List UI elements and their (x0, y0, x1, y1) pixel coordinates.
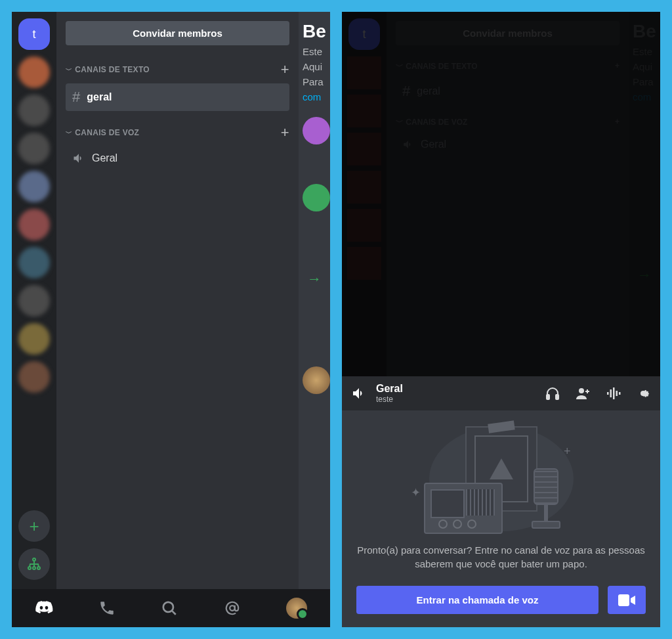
svg-rect-13 (619, 392, 621, 395)
svg-rect-14 (618, 594, 629, 606)
svg-rect-6 (547, 395, 549, 399)
action-bubble[interactable] (303, 117, 330, 144)
arrow-icon: → (303, 271, 326, 288)
server-rail: t + (12, 12, 56, 627)
speaker-icon (351, 386, 367, 401)
nav-mentions-icon[interactable] (224, 600, 241, 617)
speaker-icon (72, 152, 85, 165)
svg-rect-10 (610, 389, 612, 397)
server-icon[interactable] (18, 285, 50, 317)
dimmed-background: t Convidar membros ﹀ CANAIS DE TEXTO+ #g… (342, 12, 660, 376)
avatar (303, 366, 330, 394)
svg-point-2 (33, 567, 35, 569)
voice-prompt-text: Pronto(a) para conversar? Entre no canal… (357, 543, 646, 572)
video-button[interactable] (608, 586, 646, 614)
headphones-icon[interactable] (545, 386, 560, 401)
category-label: CANAIS DE VOZ (75, 128, 139, 137)
action-bubble[interactable] (303, 184, 330, 211)
active-server-dim: t (348, 18, 380, 50)
channel-label: Geral (92, 152, 117, 164)
nav-home-icon[interactable] (35, 601, 53, 615)
nav-friends-icon[interactable] (98, 600, 116, 617)
svg-point-4 (163, 602, 173, 612)
peek-text: Este (303, 46, 326, 57)
voice-channel-geral[interactable]: Geral (66, 146, 289, 170)
nav-search-icon[interactable] (161, 600, 178, 617)
svg-point-3 (37, 567, 40, 569)
voice-channel-subtitle: teste (376, 395, 403, 404)
chevron-down-icon: ﹀ (66, 66, 72, 74)
voice-channels-category[interactable]: ﹀CANAIS DE VOZ + (66, 124, 289, 141)
join-voice-button[interactable]: Entrar na chamada de voz (356, 586, 598, 614)
invite-members-button[interactable]: Convidar membros (66, 21, 289, 45)
svg-rect-11 (613, 387, 615, 399)
hash-icon: # (72, 89, 80, 106)
active-server[interactable]: t (18, 18, 50, 50)
discover-button[interactable] (18, 548, 50, 580)
svg-point-0 (33, 558, 35, 561)
server-icon[interactable] (18, 133, 50, 164)
noise-suppression-icon[interactable] (605, 386, 621, 401)
right-screenshot: t Convidar membros ﹀ CANAIS DE TEXTO+ #g… (342, 12, 660, 627)
voice-illustration: ✦+ (403, 422, 600, 534)
add-channel-icon[interactable]: + (281, 61, 289, 78)
peek-text: Aqui (303, 61, 326, 72)
left-screenshot: t + Convidar membros ﹀CANAIS DE TEXTO + … (12, 12, 330, 627)
svg-rect-7 (556, 395, 558, 399)
add-server-button[interactable]: + (18, 510, 50, 542)
server-icon[interactable] (18, 95, 50, 126)
peek-text: Para (303, 76, 326, 87)
nav-profile-avatar[interactable] (286, 598, 307, 619)
server-icon[interactable] (18, 56, 50, 88)
server-icon[interactable] (18, 247, 50, 278)
text-channels-category[interactable]: ﹀CANAIS DE TEXTO + (66, 61, 289, 78)
voice-channel-panel: Geral teste (342, 376, 660, 628)
server-icon[interactable] (18, 323, 50, 355)
peek-link[interactable]: com (303, 91, 326, 102)
invite-members-dim: Convidar membros (396, 21, 620, 45)
server-icon[interactable] (18, 209, 50, 240)
text-channel-geral[interactable]: # geral (66, 83, 289, 111)
svg-rect-9 (607, 392, 609, 395)
chevron-down-icon: ﹀ (66, 129, 72, 137)
settings-icon[interactable] (635, 386, 651, 401)
voice-body: ✦+ Pronto(a) para conversar? Entre no ca… (342, 410, 660, 628)
voice-header: Geral teste (342, 376, 660, 410)
svg-point-8 (579, 388, 584, 393)
server-icon[interactable] (18, 171, 50, 202)
voice-channel-title: Geral (376, 383, 403, 395)
add-channel-icon[interactable]: + (281, 124, 289, 141)
channel-sidebar: Convidar membros ﹀CANAIS DE TEXTO + # ge… (56, 12, 299, 627)
svg-rect-12 (616, 391, 618, 396)
content-peek: Be Este Aqui Para com → (299, 12, 330, 627)
category-label: CANAIS DE TEXTO (75, 65, 150, 74)
bottom-nav (12, 589, 330, 627)
svg-point-5 (230, 606, 235, 611)
svg-point-1 (28, 567, 31, 569)
server-icon[interactable] (18, 361, 50, 393)
add-user-icon[interactable] (575, 386, 591, 401)
peek-heading: Be (303, 21, 326, 42)
channel-label: geral (87, 91, 112, 103)
